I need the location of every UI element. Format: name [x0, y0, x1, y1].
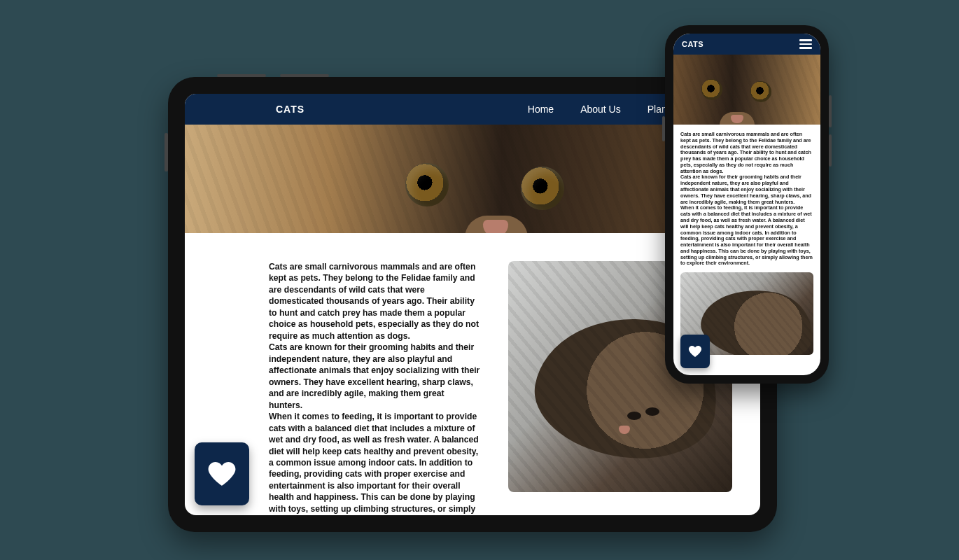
article-paragraph-1: Cats are small carnivorous mammals and a… [269, 261, 480, 342]
article-paragraph-1: Cats are small carnivorous mammals and a… [680, 132, 813, 174]
article-paragraph-3: When it comes to feeding, it is importan… [680, 205, 813, 267]
site-logo[interactable]: CATS [276, 104, 304, 115]
phone-header-nav: CATS [673, 34, 820, 55]
article-paragraph-3: When it comes to feeding, it is importan… [269, 411, 480, 515]
favorite-fab-button[interactable] [680, 335, 710, 368]
article-paragraph-2: Cats are known for their grooming habits… [269, 342, 480, 411]
phone-device-frame: CATS Cats are small carnivorous mammals … [665, 25, 829, 384]
article-paragraph-2: Cats are known for their grooming habits… [680, 174, 813, 205]
nav-link-home[interactable]: Home [528, 104, 554, 115]
phone-content: Cats are small carnivorous mammals and a… [673, 125, 820, 375]
heart-icon [208, 462, 236, 486]
nav-link-about[interactable]: About Us [580, 104, 621, 115]
heart-icon [688, 346, 702, 357]
article-text: Cats are small carnivorous mammals and a… [680, 132, 813, 267]
hamburger-menu-icon[interactable] [799, 39, 812, 49]
favorite-fab-button[interactable] [195, 442, 249, 505]
site-logo[interactable]: CATS [682, 40, 704, 48]
article-text: Cats are small carnivorous mammals and a… [269, 261, 480, 515]
hero-image [673, 55, 820, 125]
phone-screen: CATS Cats are small carnivorous mammals … [673, 34, 820, 375]
